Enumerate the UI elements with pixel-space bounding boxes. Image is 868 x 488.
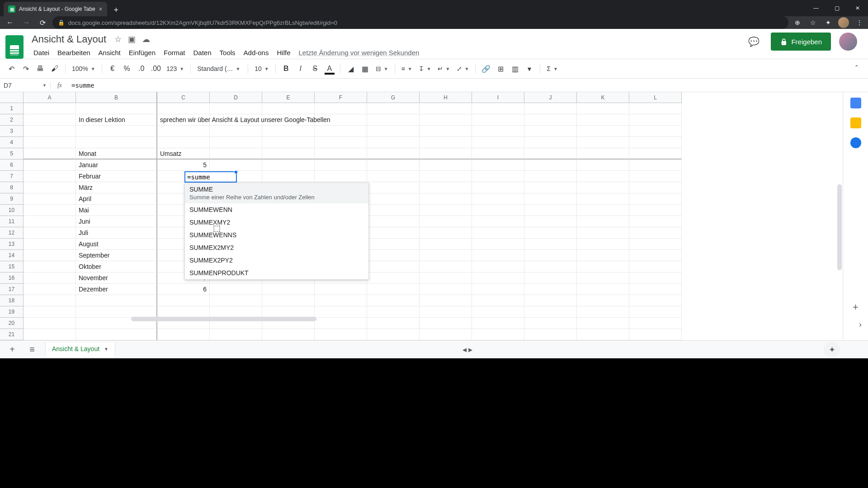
cell[interactable] bbox=[472, 137, 524, 148]
currency-icon[interactable]: € bbox=[106, 62, 119, 75]
autocomplete-item[interactable]: SUMMEWENNS bbox=[185, 229, 368, 241]
cell[interactable] bbox=[315, 148, 367, 160]
cell[interactable]: Februar bbox=[76, 171, 157, 182]
cell[interactable] bbox=[472, 318, 524, 329]
strikethrough-icon[interactable]: S bbox=[308, 62, 322, 75]
row-header[interactable]: 9 bbox=[0, 193, 24, 205]
text-rotation-icon[interactable]: ⤢▼ bbox=[454, 62, 472, 75]
row-header[interactable]: 5 bbox=[0, 148, 24, 160]
cell[interactable] bbox=[24, 261, 76, 272]
cell[interactable]: April bbox=[76, 193, 157, 205]
cell[interactable]: Monat bbox=[76, 148, 157, 160]
percent-icon[interactable]: % bbox=[120, 62, 134, 75]
fill-color-icon[interactable]: ◢ bbox=[344, 62, 358, 75]
cell[interactable] bbox=[577, 205, 629, 216]
cell[interactable] bbox=[210, 160, 262, 171]
comments-icon[interactable]: 💬 bbox=[745, 33, 763, 51]
cell[interactable] bbox=[577, 171, 629, 182]
cell[interactable] bbox=[210, 103, 262, 114]
cell[interactable] bbox=[24, 103, 76, 114]
get-addons-icon[interactable]: + bbox=[853, 301, 859, 313]
install-app-icon[interactable]: ⊕ bbox=[792, 17, 803, 28]
cell[interactable] bbox=[577, 126, 629, 137]
cell[interactable] bbox=[472, 193, 524, 205]
address-bar[interactable]: 🔒 docs.google.com/spreadsheets/d/12KXm2A… bbox=[52, 16, 788, 29]
cell[interactable] bbox=[577, 239, 629, 250]
all-sheets-button[interactable]: ≡ bbox=[25, 343, 39, 357]
collapse-side-panel-icon[interactable]: › bbox=[859, 320, 862, 329]
last-edit-link[interactable]: Letzte Änderung vor wenigen Sekunden bbox=[295, 47, 423, 58]
cell[interactable] bbox=[157, 295, 210, 306]
cell[interactable] bbox=[472, 295, 524, 306]
sheets-logo-icon[interactable] bbox=[5, 35, 24, 59]
zoom-select[interactable]: 100%▼ bbox=[69, 62, 98, 75]
vertical-align-icon[interactable]: ↧▼ bbox=[416, 62, 434, 75]
cell[interactable] bbox=[315, 171, 367, 182]
cell[interactable] bbox=[367, 318, 420, 329]
cell[interactable] bbox=[262, 329, 315, 340]
cell[interactable] bbox=[420, 182, 472, 193]
cell[interactable] bbox=[367, 284, 420, 295]
cell[interactable] bbox=[524, 284, 577, 295]
cell[interactable] bbox=[629, 182, 682, 193]
cell[interactable] bbox=[76, 329, 157, 340]
autocomplete-item-primary[interactable]: SUMME Summe einer Reihe von Zahlen und/o… bbox=[185, 183, 368, 203]
row-header[interactable]: 17 bbox=[0, 284, 24, 295]
cell[interactable]: Juli bbox=[76, 227, 157, 239]
cell[interactable] bbox=[210, 329, 262, 340]
cell[interactable] bbox=[262, 284, 315, 295]
cell[interactable] bbox=[577, 272, 629, 284]
nav-back-icon[interactable]: ← bbox=[4, 16, 16, 29]
tab-scroll-right-icon[interactable]: ▶ bbox=[468, 347, 472, 353]
extensions-icon[interactable]: ✦ bbox=[823, 17, 834, 28]
autocomplete-item[interactable]: SUMMEX2PY2 bbox=[185, 254, 368, 267]
cell[interactable] bbox=[472, 261, 524, 272]
cell[interactable] bbox=[524, 171, 577, 182]
cell[interactable] bbox=[472, 114, 524, 126]
calendar-addon-icon[interactable] bbox=[850, 98, 861, 108]
filter-icon[interactable]: ▾ bbox=[523, 62, 536, 75]
cell[interactable] bbox=[24, 318, 76, 329]
cell[interactable] bbox=[524, 239, 577, 250]
cell[interactable] bbox=[629, 250, 682, 261]
cell[interactable] bbox=[629, 261, 682, 272]
row-header[interactable]: 4 bbox=[0, 137, 24, 148]
cell[interactable] bbox=[76, 306, 157, 318]
insert-comment-icon[interactable]: ⊞ bbox=[494, 62, 507, 75]
cell[interactable] bbox=[472, 205, 524, 216]
cell[interactable] bbox=[315, 284, 367, 295]
functions-icon[interactable]: Σ▼ bbox=[544, 62, 561, 75]
cell[interactable] bbox=[524, 148, 577, 160]
menu-addons[interactable]: Add-ons bbox=[240, 47, 273, 58]
browser-tab[interactable]: ▦ Ansicht & Layout - Google Tabe × bbox=[4, 2, 107, 16]
cell[interactable] bbox=[420, 137, 472, 148]
row-header[interactable]: 6 bbox=[0, 160, 24, 171]
cell[interactable] bbox=[262, 103, 315, 114]
cell[interactable] bbox=[629, 227, 682, 239]
print-icon[interactable]: 🖶 bbox=[33, 62, 47, 75]
cell[interactable] bbox=[420, 318, 472, 329]
cell[interactable] bbox=[472, 227, 524, 239]
cell[interactable] bbox=[24, 216, 76, 227]
autocomplete-item[interactable]: SUMMEX2MY2 bbox=[185, 241, 368, 254]
cell[interactable] bbox=[577, 295, 629, 306]
cell[interactable] bbox=[262, 126, 315, 137]
cell[interactable] bbox=[367, 193, 420, 205]
cell[interactable] bbox=[472, 284, 524, 295]
cell[interactable] bbox=[24, 126, 76, 137]
cell[interactable] bbox=[315, 295, 367, 306]
cell[interactable] bbox=[420, 306, 472, 318]
cell[interactable] bbox=[472, 126, 524, 137]
cell[interactable] bbox=[629, 137, 682, 148]
column-header[interactable]: L bbox=[629, 92, 682, 103]
cell[interactable]: März bbox=[76, 182, 157, 193]
cell[interactable] bbox=[577, 193, 629, 205]
cell[interactable] bbox=[577, 250, 629, 261]
cell[interactable] bbox=[472, 250, 524, 261]
paint-format-icon[interactable]: 🖌 bbox=[48, 62, 61, 75]
explore-button[interactable]: ✦ bbox=[824, 342, 840, 358]
menu-einfuegen[interactable]: Einfügen bbox=[125, 47, 159, 58]
cell[interactable] bbox=[315, 137, 367, 148]
cell[interactable] bbox=[420, 261, 472, 272]
document-title[interactable]: Ansicht & Layout bbox=[30, 33, 108, 46]
